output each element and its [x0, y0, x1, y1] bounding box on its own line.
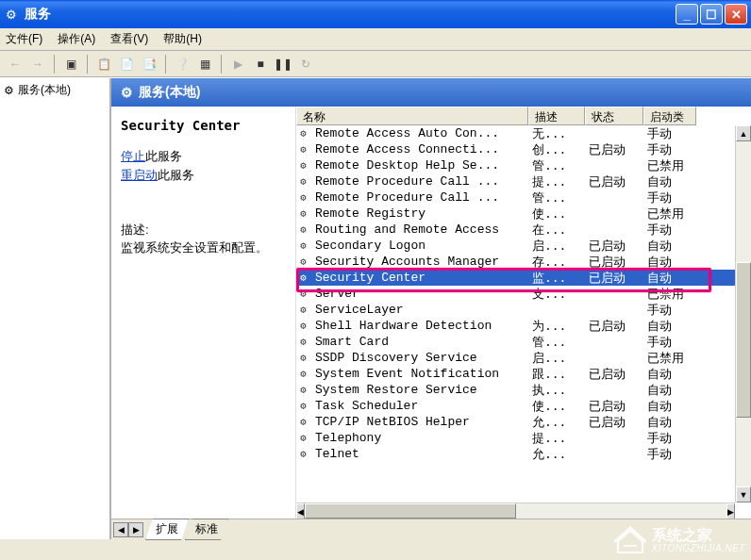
service-row[interactable]: ⚙Remote Desktop Help Se...管...已禁用: [296, 157, 751, 173]
service-row[interactable]: ⚙Remote Procedure Call ...管...手动: [296, 189, 751, 206]
pause-service-button[interactable]: ❚❚: [274, 55, 292, 74]
selected-service-name: Security Center: [121, 118, 286, 133]
restart-service-link[interactable]: 重启动: [121, 168, 158, 182]
service-desc: 管...: [528, 189, 585, 206]
menu-bar: 文件(F) 操作(A) 查看(V) 帮助(H): [0, 28, 751, 51]
service-row[interactable]: ⚙Remote Registry使...已禁用: [296, 206, 751, 222]
service-row[interactable]: ⚙Smart Card管...手动: [296, 334, 751, 350]
scroll-track-h[interactable]: [305, 503, 726, 519]
menu-file[interactable]: 文件(F): [6, 31, 42, 47]
service-startup: 手动: [643, 334, 696, 351]
service-status: 已启动: [585, 141, 643, 158]
service-startup: 自动: [643, 254, 696, 271]
service-startup: 自动: [643, 398, 696, 415]
tab-extended[interactable]: 扩展: [145, 519, 189, 540]
description-text: 监视系统安全设置和配置。: [121, 239, 286, 257]
scroll-track[interactable]: [736, 141, 751, 486]
service-name: System Restore Service: [315, 383, 477, 397]
service-startup: 自动: [643, 173, 696, 190]
stop-service-line: 停止此服务: [121, 148, 286, 165]
toolbar-btn-6[interactable]: ▦: [195, 55, 214, 74]
service-row[interactable]: ⚙Remote Access Auto Con...无...手动: [296, 125, 751, 141]
back-button[interactable]: ←: [6, 55, 25, 74]
tab-standard[interactable]: 标准: [185, 519, 228, 540]
service-startup: 手动: [643, 141, 696, 158]
forward-button[interactable]: →: [28, 55, 47, 74]
service-name: ServiceLayer: [315, 303, 404, 317]
service-gear-icon: ⚙: [300, 239, 313, 252]
start-service-button[interactable]: ▶: [228, 55, 247, 74]
stop-service-link[interactable]: 停止: [121, 149, 145, 163]
help-button[interactable]: ❔: [173, 55, 192, 74]
scroll-thumb[interactable]: [736, 262, 751, 418]
service-name: TCP/IP NetBIOS Helper: [315, 415, 470, 429]
refresh-button[interactable]: 📑: [140, 55, 159, 74]
column-description[interactable]: 描述: [528, 107, 585, 125]
service-gear-icon: ⚙: [300, 191, 313, 204]
tree-root-item[interactable]: ⚙ 服务(本地): [4, 82, 106, 98]
service-status: 已启动: [585, 414, 643, 431]
service-row[interactable]: ⚙Server支...已禁用: [296, 286, 751, 302]
service-row[interactable]: ⚙TCP/IP NetBIOS Helper允...已启动自动: [296, 414, 751, 430]
service-row[interactable]: ⚙Shell Hardware Detection为...已启动自动: [296, 318, 751, 334]
service-startup: 已禁用: [643, 206, 696, 222]
horizontal-scrollbar[interactable]: ◀ ▶: [296, 502, 735, 519]
tab-prev-button[interactable]: ◀: [113, 522, 128, 537]
service-row[interactable]: ⚙Remote Procedure Call ...提...已启动自动: [296, 173, 751, 189]
menu-help[interactable]: 帮助(H): [163, 31, 202, 47]
content-header-label: 服务(本地): [139, 84, 200, 101]
scroll-right-button[interactable]: ▶: [726, 503, 735, 519]
service-row[interactable]: ⚙Remote Access Connecti...创...已启动手动: [296, 141, 751, 157]
service-row[interactable]: ⚙ServiceLayer手动: [296, 302, 751, 318]
service-row[interactable]: ⚙Telephony提...手动: [296, 430, 751, 446]
scroll-thumb-h[interactable]: [305, 503, 516, 519]
minimize-button[interactable]: _: [676, 4, 698, 25]
close-button[interactable]: ✕: [725, 4, 747, 25]
stop-service-button[interactable]: ■: [251, 55, 270, 74]
column-status[interactable]: 状态: [585, 107, 643, 125]
service-desc: 管...: [528, 157, 585, 174]
properties-button[interactable]: 📋: [94, 55, 113, 74]
service-startup: 手动: [643, 222, 696, 239]
service-name: Telnet: [315, 447, 359, 461]
title-bar: ⚙ 服务 _ ☐ ✕: [0, 0, 751, 28]
list-body[interactable]: ⚙Remote Access Auto Con...无...手动⚙Remote …: [296, 125, 751, 519]
scroll-left-button[interactable]: ◀: [296, 503, 305, 519]
service-row[interactable]: ⚙SSDP Discovery Service启...已禁用: [296, 350, 751, 366]
service-row[interactable]: ⚙Security Center监...已启动自动: [296, 270, 751, 286]
menu-action[interactable]: 操作(A): [58, 31, 95, 47]
column-name[interactable]: 名称: [296, 107, 528, 125]
export-button[interactable]: 📄: [117, 55, 136, 74]
service-gear-icon: ⚙: [300, 416, 313, 428]
service-name: Telephony: [315, 431, 381, 445]
restart-service-button[interactable]: ↻: [296, 55, 315, 74]
service-desc: 支...: [528, 286, 585, 303]
service-row[interactable]: ⚙Task Scheduler使...已启动自动: [296, 398, 751, 414]
service-desc: 跟...: [528, 366, 585, 383]
service-row[interactable]: ⚙System Restore Service执...自动: [296, 382, 751, 398]
service-gear-icon: ⚙: [300, 432, 313, 444]
scroll-up-button[interactable]: ▲: [736, 125, 751, 141]
service-row[interactable]: ⚙Secondary Logon启...已启动自动: [296, 238, 751, 254]
service-row[interactable]: ⚙System Event Notification跟...已启动自动: [296, 366, 751, 382]
service-gear-icon: ⚙: [300, 272, 313, 284]
service-gear-icon: ⚙: [300, 368, 313, 380]
service-desc: 监...: [528, 270, 585, 287]
maximize-button[interactable]: ☐: [700, 4, 723, 25]
service-name: Security Center: [315, 271, 426, 285]
toolbar-btn-1[interactable]: ▣: [61, 55, 80, 74]
service-row[interactable]: ⚙Security Accounts Manager存...已启动自动: [296, 254, 751, 270]
column-startup[interactable]: 启动类: [643, 107, 696, 125]
watermark: 系统之家 XITONGZHIJIA.NET: [614, 526, 746, 554]
service-startup: 已禁用: [643, 157, 696, 174]
service-status: 已启动: [585, 238, 643, 255]
tab-next-button[interactable]: ▶: [128, 522, 143, 537]
gear-icon: ⚙: [121, 85, 133, 100]
service-row[interactable]: ⚙Telnet允...手动: [296, 446, 751, 462]
window-title: 服务: [25, 6, 676, 23]
scroll-down-button[interactable]: ▼: [736, 486, 751, 502]
separator: [54, 55, 55, 74]
menu-view[interactable]: 查看(V): [110, 31, 148, 47]
vertical-scrollbar[interactable]: ▲ ▼: [735, 125, 751, 502]
service-row[interactable]: ⚙Routing and Remote Access在...手动: [296, 222, 751, 238]
